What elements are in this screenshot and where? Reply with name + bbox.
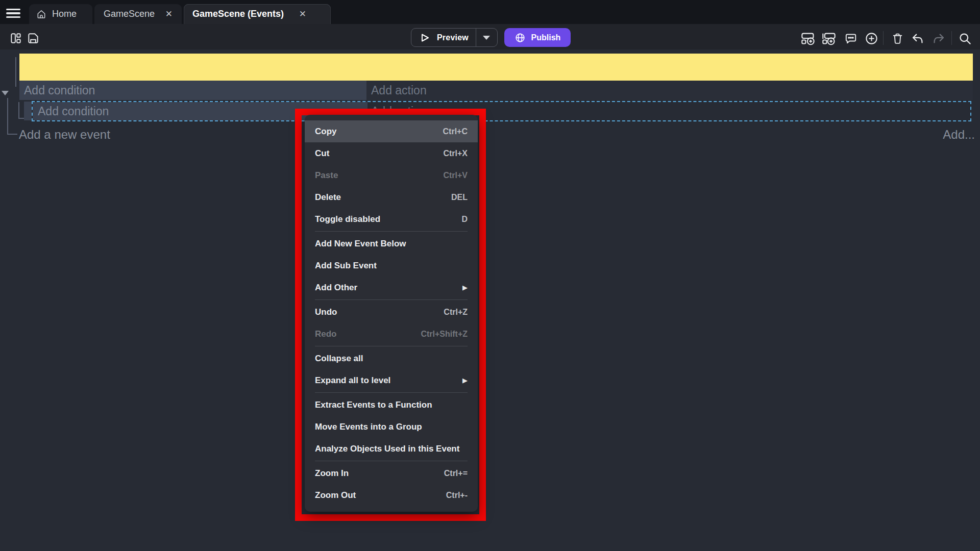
sub-event-indent bbox=[24, 102, 32, 120]
publish-button[interactable]: Publish bbox=[504, 28, 571, 47]
event-tree-line bbox=[18, 102, 19, 119]
tab-gamescene[interactable]: GameScene ✕ bbox=[94, 4, 182, 24]
menu-item-label: Undo bbox=[315, 307, 337, 317]
event-tree-line bbox=[7, 134, 17, 135]
submenu-arrow-icon: ▶ bbox=[462, 284, 468, 291]
add-condition-link[interactable]: Add condition bbox=[19, 81, 366, 100]
menu-item-add-sub-event[interactable]: Add Sub Event bbox=[305, 255, 478, 277]
add-action-link[interactable]: Add action bbox=[366, 81, 973, 100]
menu-item-label: Cut bbox=[315, 148, 329, 159]
main-menu-icon[interactable] bbox=[6, 6, 20, 18]
menu-item-shortcut: D bbox=[461, 215, 468, 224]
menu-item-label: Zoom Out bbox=[315, 490, 356, 500]
tab-gamescene-events[interactable]: GameScene (Events) ✕ bbox=[184, 4, 331, 24]
tab-bar: Home GameScene ✕ GameScene (Events) ✕ bbox=[0, 0, 980, 24]
menu-item-shortcut: Ctrl+Z bbox=[444, 308, 468, 317]
menu-item-shortcut: Ctrl+X bbox=[443, 149, 468, 158]
menu-item-zoom-out[interactable]: Zoom OutCtrl+- bbox=[305, 484, 478, 506]
tab-home[interactable]: Home bbox=[29, 4, 92, 24]
chevron-down-icon bbox=[483, 36, 490, 40]
context-menu: CopyCtrl+CCutCtrl+XPasteCtrl+VDeleteDELT… bbox=[305, 115, 478, 512]
menu-item-label: Expand all to level bbox=[315, 375, 390, 386]
menu-item-redo[interactable]: RedoCtrl+Shift+Z bbox=[305, 323, 478, 345]
selected-event-row[interactable] bbox=[19, 54, 973, 81]
globe-icon bbox=[514, 32, 526, 43]
add-condition-label: Add condition bbox=[24, 84, 95, 97]
event-tree-line bbox=[15, 57, 16, 87]
tab-label: GameScene bbox=[104, 9, 155, 19]
menu-item-label: Toggle disabled bbox=[315, 214, 380, 224]
add-more-link[interactable]: Add... bbox=[943, 128, 975, 142]
menu-separator bbox=[315, 461, 468, 461]
trash-icon[interactable] bbox=[890, 31, 905, 46]
menu-separator bbox=[315, 346, 468, 346]
undo-icon[interactable] bbox=[910, 31, 925, 46]
menu-item-toggle-disabled[interactable]: Toggle disabledD bbox=[305, 208, 478, 230]
menu-item-label: Add Sub Event bbox=[315, 261, 377, 271]
preview-dropdown[interactable] bbox=[476, 29, 497, 46]
collapse-event-icon[interactable] bbox=[2, 91, 9, 95]
play-icon bbox=[419, 32, 431, 44]
preview-main[interactable]: Preview bbox=[411, 29, 476, 46]
menu-item-label: Zoom In bbox=[315, 468, 349, 479]
menu-item-analyze-objects-used-in-this-event[interactable]: Analyze Objects Used in this Event bbox=[305, 438, 478, 460]
publish-label: Publish bbox=[531, 33, 561, 42]
add-circle-icon[interactable] bbox=[864, 31, 879, 46]
menu-separator bbox=[315, 231, 468, 232]
menu-item-add-new-event-below[interactable]: Add New Event Below bbox=[305, 233, 478, 255]
tab-label: Home bbox=[52, 9, 77, 19]
add-event-icon[interactable] bbox=[800, 31, 816, 46]
close-icon[interactable]: ✕ bbox=[297, 8, 308, 20]
menu-item-shortcut: Ctrl+- bbox=[446, 491, 468, 500]
menu-item-label: Move Events into a Group bbox=[315, 422, 422, 432]
menu-item-label: Extract Events to a Function bbox=[315, 400, 432, 410]
menu-item-label: Paste bbox=[315, 170, 338, 181]
save-icon[interactable] bbox=[26, 31, 41, 46]
menu-item-label: Collapse all bbox=[315, 354, 363, 364]
menu-item-copy[interactable]: CopyCtrl+C bbox=[305, 120, 478, 142]
menu-item-undo[interactable]: UndoCtrl+Z bbox=[305, 301, 478, 323]
add-action-label: Add action bbox=[371, 84, 427, 97]
menu-separator bbox=[315, 299, 468, 300]
menu-item-shortcut: Ctrl+V bbox=[443, 171, 468, 180]
add-new-event-link[interactable]: Add a new event bbox=[19, 128, 110, 142]
menu-item-zoom-in[interactable]: Zoom InCtrl+= bbox=[305, 462, 478, 484]
menu-item-label: Redo bbox=[315, 329, 337, 339]
comment-icon[interactable] bbox=[843, 31, 859, 46]
tab-label: GameScene (Events) bbox=[192, 9, 284, 19]
close-icon[interactable]: ✕ bbox=[163, 8, 175, 20]
events-editor: Add condition Add action Add condition A… bbox=[0, 49, 980, 551]
toolbar-divider bbox=[951, 31, 952, 45]
menu-item-delete[interactable]: DeleteDEL bbox=[305, 186, 478, 208]
menu-item-shortcut: Ctrl+= bbox=[444, 469, 468, 478]
menu-item-label: Add Other bbox=[315, 283, 357, 293]
menu-separator bbox=[315, 392, 468, 393]
event-tree-line bbox=[7, 98, 8, 135]
menu-item-collapse-all[interactable]: Collapse all bbox=[305, 347, 478, 369]
menu-item-cut[interactable]: CutCtrl+X bbox=[305, 142, 478, 164]
add-subevent-icon[interactable] bbox=[821, 31, 837, 46]
selected-sub-event-row[interactable]: Add condition Add action bbox=[32, 101, 971, 121]
add-condition-label: Add condition bbox=[38, 105, 109, 118]
menu-item-shortcut: DEL bbox=[451, 193, 468, 202]
toolbar-divider bbox=[883, 31, 884, 45]
menu-item-add-other[interactable]: Add Other▶ bbox=[305, 277, 478, 298]
menu-item-move-events-into-a-group[interactable]: Move Events into a Group bbox=[305, 416, 478, 438]
menu-item-shortcut: Ctrl+Shift+Z bbox=[421, 330, 468, 339]
search-icon[interactable] bbox=[957, 31, 972, 46]
menu-item-paste[interactable]: PasteCtrl+V bbox=[305, 164, 478, 186]
menu-item-label: Analyze Objects Used in this Event bbox=[315, 444, 459, 454]
menu-item-expand-all-to-level[interactable]: Expand all to level▶ bbox=[305, 369, 478, 391]
preview-label: Preview bbox=[437, 33, 469, 42]
preview-button[interactable]: Preview bbox=[411, 28, 498, 47]
redo-icon[interactable] bbox=[931, 31, 946, 46]
menu-item-label: Add New Event Below bbox=[315, 239, 406, 249]
menu-item-extract-events-to-a-function[interactable]: Extract Events to a Function bbox=[305, 394, 478, 416]
menu-item-shortcut: Ctrl+C bbox=[443, 127, 468, 136]
submenu-arrow-icon: ▶ bbox=[462, 377, 468, 384]
layout-panel-icon[interactable] bbox=[8, 31, 23, 46]
menu-item-label: Copy bbox=[315, 127, 337, 137]
menu-item-label: Delete bbox=[315, 192, 341, 203]
home-icon bbox=[36, 9, 46, 19]
